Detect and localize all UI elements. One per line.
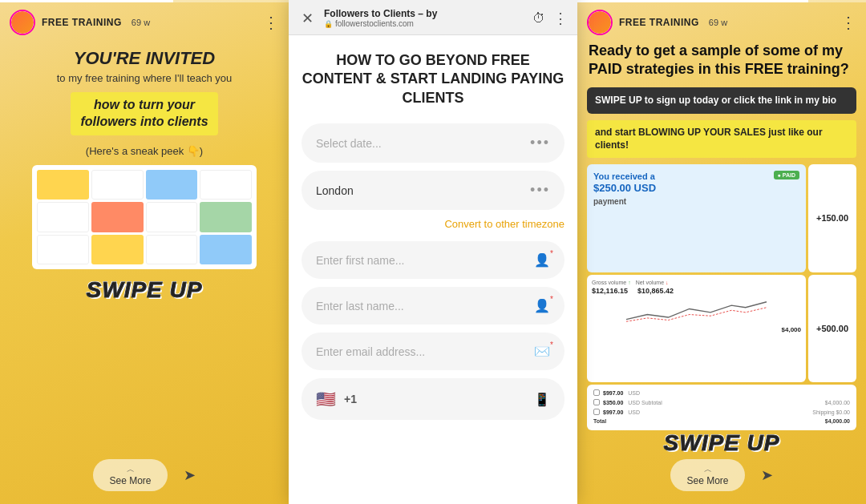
invited-subtitle: to my free training where I'll teach you [57, 72, 233, 84]
person-icon-firstname: 👤* [534, 252, 550, 268]
order-row-1: $997.00 USD [593, 389, 850, 396]
order-row-3: $997.00 USD Shipping $0.00 [593, 409, 850, 415]
plus500-card: +500.00 [808, 275, 856, 382]
story-header-left: FREE TRAINING 69 w ⋮ [10, 10, 279, 35]
date-field[interactable]: Select date... ••• [301, 123, 565, 163]
story-time-right: 69 w [709, 18, 727, 27]
required-star: * [550, 295, 553, 304]
location-field[interactable]: London ••• [301, 171, 565, 210]
chart-max: $4,000 [592, 326, 801, 333]
stripe-payment-card: You received a$250.00 USDpayment ● PAID [587, 164, 806, 272]
order-currency-3: USD [628, 409, 640, 415]
see-more-label-left: See More [109, 475, 151, 486]
chart-values: $12,116.15$10,865.42 [592, 287, 801, 295]
see-more-button-left[interactable]: ︿ See More [93, 459, 167, 491]
date-placeholder: Select date... [316, 137, 382, 150]
order-currency-2: USD Subtotal [628, 400, 662, 405]
phone-flag: 🇺🇸 [316, 389, 336, 409]
sales-chart-card: Gross volume ↑ Net volume ↓ $12,116.15$1… [587, 275, 806, 382]
browser-site-title: Followers to Clients – by [324, 8, 524, 19]
order-checkbox [593, 409, 600, 415]
story-progress-fill-right [577, 0, 808, 2]
order-checkbox [593, 389, 600, 396]
story-more-left[interactable]: ⋮ [263, 14, 279, 30]
order-shipping-label: Shipping $0.00 [812, 409, 850, 415]
lock-icon: 🔒 [324, 20, 333, 28]
email-field[interactable]: Enter email address... ✉️* [301, 333, 565, 370]
browser-url-text: followerstoclients.com [335, 19, 414, 28]
order-checkbox [593, 399, 600, 405]
paid-badge: ● PAID [774, 171, 799, 179]
slide-card [37, 235, 89, 264]
username-right: FREE TRAINING [619, 17, 699, 28]
browser-menu-button[interactable]: ⋮ [553, 10, 568, 27]
order-price-1: $997.00 [603, 390, 623, 396]
story-footer-right: ︿ See More ➤ [587, 459, 856, 494]
slide-card [200, 235, 252, 264]
email-icon: ✉️* [534, 344, 550, 359]
browser-close-button[interactable]: ✕ [298, 10, 316, 27]
story-more-right[interactable]: ⋮ [840, 14, 856, 30]
slide-card [91, 202, 144, 232]
invited-title: YOU'RE INVITED [74, 48, 215, 69]
browser-timer-button[interactable]: ⏱ [532, 11, 545, 26]
avatar-left [10, 10, 35, 35]
last-name-field[interactable]: Enter last name... 👤* [301, 287, 565, 325]
avatar-right [587, 10, 613, 35]
chevron-up-icon-right: ︿ [704, 464, 712, 475]
timezone-link[interactable]: Convert to other timezone [301, 218, 565, 230]
blowing-box: and start BLOWING UP YOUR SALES just lik… [587, 120, 856, 159]
date-field-dots: ••• [530, 135, 550, 151]
see-more-button-right[interactable]: ︿ See More [670, 459, 744, 491]
browser-actions: ⏱ ⋮ [532, 10, 568, 27]
slide-card [37, 170, 89, 200]
slide-card [146, 170, 198, 200]
swipe-cta-box: SWIPE UP to sign up today or click the l… [587, 87, 856, 114]
right-panel-inner: Ready to get a sample of some of my PAID… [587, 42, 856, 459]
order-subtotal-val: $4,000.00 [825, 400, 850, 405]
phone-field[interactable]: 🇺🇸 +1 📱 [301, 378, 565, 420]
required-star: * [550, 341, 553, 349]
sales-chart-svg [592, 295, 801, 323]
story-progress-bar [0, 0, 289, 2]
chevron-up-icon: ︿ [127, 464, 135, 475]
slide-card [91, 235, 144, 264]
proof-grid: You received a$250.00 USDpayment ● PAID … [587, 164, 856, 382]
person-icon-lastname: 👤* [534, 298, 550, 313]
last-name-placeholder: Enter last name... [316, 300, 534, 312]
send-icon-right[interactable]: ➤ [761, 466, 773, 484]
left-story-panel: FREE TRAINING 69 w ⋮ YOU'RE INVITED to m… [0, 0, 289, 504]
story-header-right: FREE TRAINING 69 w ⋮ [587, 10, 856, 35]
slide-card [200, 170, 252, 200]
order-total-val: $4,000.00 [825, 418, 850, 424]
order-price-2: $350.00 [603, 400, 623, 405]
see-more-label-right: See More [686, 475, 728, 486]
location-value: London [316, 184, 354, 197]
slide-preview-image [32, 165, 257, 269]
slide-card [146, 202, 198, 232]
story-time-left: 69 w [132, 18, 150, 27]
slide-card [37, 202, 89, 232]
phone-icon: 📱 [534, 392, 550, 407]
story-user-right: FREE TRAINING 69 w [587, 10, 727, 35]
right-story-panel: FREE TRAINING 69 w ⋮ Ready to get a samp… [577, 0, 866, 504]
browser-content: HOW TO GO BEYOND FREE CONTENT & START LA… [289, 35, 577, 504]
phone-code: +1 [344, 393, 357, 405]
browser-bar: ✕ Followers to Clients – by 🔒 followerst… [289, 0, 577, 35]
order-price-3: $997.00 [603, 409, 623, 415]
swipe-up-right: SWIPE UP [587, 430, 856, 456]
story-progress-fill [0, 0, 173, 2]
payment-amount: You received a$250.00 USDpayment [593, 171, 799, 207]
first-name-field[interactable]: Enter first name... 👤* [301, 241, 565, 279]
story-body-left: YOU'RE INVITED to my free training where… [10, 42, 279, 459]
location-field-dots: ••• [530, 182, 550, 199]
paid-strategies-title: Ready to get a sample of some of my PAID… [587, 42, 856, 79]
story-footer-left: ︿ See More ➤ [10, 459, 279, 494]
browser-url-bar: Followers to Clients – by 🔒 followerstoc… [324, 8, 524, 28]
browser-panel: ✕ Followers to Clients – by 🔒 followerst… [289, 0, 577, 504]
swipe-up-left: SWIPE UP [87, 277, 203, 303]
first-name-placeholder: Enter first name... [316, 254, 534, 267]
browser-url: 🔒 followerstoclients.com [324, 19, 524, 28]
order-total-row: Total $4,000.00 [593, 418, 850, 424]
send-icon-left[interactable]: ➤ [184, 466, 196, 484]
